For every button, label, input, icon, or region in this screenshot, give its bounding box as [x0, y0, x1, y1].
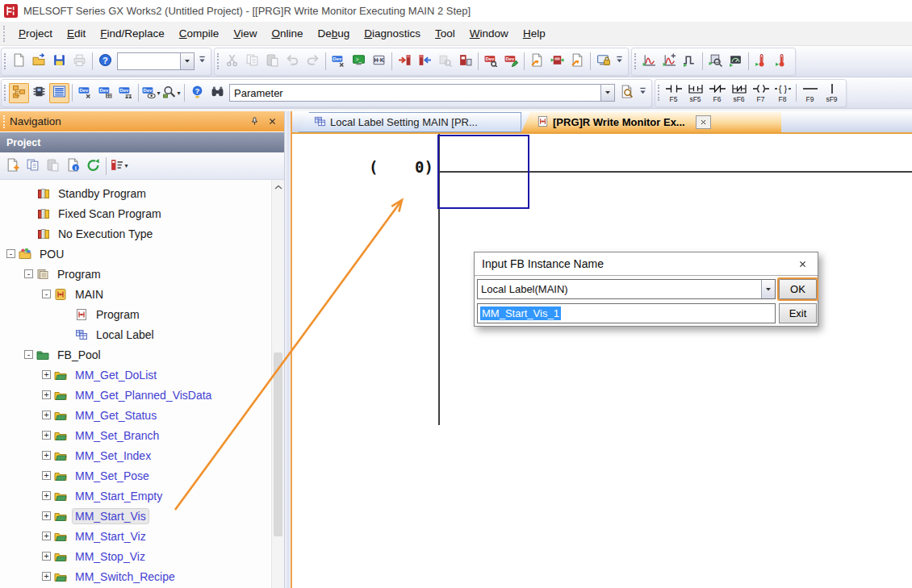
tree-item-standby-program[interactable]: Standby Program	[0, 183, 284, 203]
tree-item-mm-set-index[interactable]: +MM_Set_Index	[0, 445, 284, 465]
watch-window-button[interactable]	[705, 52, 726, 72]
tree-scrollbar[interactable]	[271, 180, 284, 588]
menu-debug[interactable]: Debug	[310, 23, 357, 44]
copy-button[interactable]	[242, 52, 262, 72]
save-project-button[interactable]	[49, 52, 69, 72]
undo-button[interactable]	[282, 52, 303, 72]
intelligent-monitor-button[interactable]	[726, 52, 746, 72]
chevron-down-icon[interactable]	[600, 85, 614, 101]
toolbar-overflow-button[interactable]	[637, 83, 648, 103]
ok-button[interactable]: OK	[779, 279, 817, 299]
intelligent-function-combo[interactable]: Parameter	[229, 84, 615, 102]
ladder-sf5-button[interactable]: sF5	[684, 81, 706, 106]
sort-device-button[interactable]: ▾	[109, 156, 129, 176]
scrollbar-thumb[interactable]	[274, 352, 282, 536]
tree-item-mm-get-planned-visdata[interactable]: +MM_Get_Planned_VisData	[0, 385, 284, 405]
paste-data-button[interactable]	[43, 156, 63, 176]
tree-item-no-execution-type[interactable]: No Execution Type	[0, 223, 284, 244]
menu-compile[interactable]: Compile	[172, 23, 227, 44]
temperature-monitor-2-button[interactable]	[772, 52, 792, 72]
toolbar-overflow-button[interactable]	[196, 52, 207, 72]
ladder-f7-button[interactable]: F7	[750, 81, 772, 106]
write-to-plc-button[interactable]	[395, 52, 415, 72]
copy-data-button[interactable]	[23, 156, 43, 176]
pin-icon[interactable]	[247, 115, 261, 129]
module-configuration-button[interactable]	[29, 83, 49, 103]
tab-close-button[interactable]	[696, 115, 711, 129]
cut-button[interactable]	[222, 52, 242, 72]
tree-expander[interactable]: +	[42, 471, 51, 480]
tree-item-mm-get-dolist[interactable]: +MM_Get_DoList	[0, 365, 284, 385]
remote-operation-button[interactable]	[455, 52, 475, 72]
paste-button[interactable]	[262, 52, 282, 72]
verify-with-plc-button[interactable]	[435, 52, 455, 72]
ladder-canvas[interactable]: ( 0)	[292, 134, 912, 588]
new-data-button[interactable]	[2, 156, 23, 176]
docking-window-list-button[interactable]	[49, 83, 69, 103]
panel-splitter[interactable]	[285, 111, 292, 588]
project-view-button[interactable]	[9, 83, 29, 103]
tree-expander[interactable]: +	[42, 370, 51, 379]
menu-window[interactable]: Window	[462, 23, 516, 44]
tree-item-mm-set-branch[interactable]: +MM_Set_Branch	[0, 425, 284, 445]
device-network-button[interactable]: Dev	[115, 83, 136, 103]
tree-expander[interactable]: -	[6, 249, 15, 258]
ladder-sf6-button[interactable]: sF6	[728, 81, 750, 106]
label-scope-combo[interactable]: Local Label(MAIN)	[477, 279, 776, 299]
menu-help[interactable]: Help	[516, 23, 553, 44]
device-batch-monitor-button[interactable]: Dev	[481, 52, 501, 72]
pulse-monitor-button[interactable]	[680, 52, 700, 72]
menu-view[interactable]: View	[226, 23, 264, 44]
chevron-down-icon[interactable]	[180, 53, 194, 69]
print-button[interactable]	[69, 52, 90, 72]
exit-button[interactable]: Exit	[779, 303, 817, 323]
transfer-setup-button[interactable]	[527, 52, 547, 72]
tree-item-fb-pool[interactable]: -FB_Pool	[0, 344, 284, 365]
tree-item-mm-start-empty[interactable]: +MM_Start_Empty	[0, 486, 284, 506]
menu-project[interactable]: Project	[11, 23, 60, 44]
redo-button[interactable]	[303, 52, 323, 72]
tree-item-fixed-scan-program[interactable]: Fixed Scan Program	[0, 203, 284, 223]
scan-time-graph-button[interactable]	[639, 52, 659, 72]
device-find-button[interactable]: ▾	[161, 83, 182, 103]
tree-item-mm-switch-recipe[interactable]: +MM_Switch_Recipe	[0, 566, 284, 586]
find-in-project-button[interactable]	[207, 83, 228, 103]
tree-expander[interactable]: -	[24, 269, 33, 278]
ladder-f9-button[interactable]: F9	[799, 81, 821, 106]
menu-find-replace[interactable]: Find/Replace	[93, 23, 172, 44]
close-icon[interactable]	[265, 115, 279, 129]
tree-item-mm-stop-viz[interactable]: +MM_Stop_Viz	[0, 546, 284, 566]
tree-expander[interactable]: +	[42, 390, 51, 399]
device-memory-button[interactable]: H·K	[369, 52, 389, 72]
open-project-button[interactable]	[29, 52, 49, 72]
tab-write-monitor[interactable]: [PRG]R Write Monitor Ex...	[521, 112, 781, 132]
transfer-read-button[interactable]	[567, 52, 588, 72]
menu-diagnostics[interactable]: Diagnostics	[357, 23, 428, 44]
device-cross-reference-button[interactable]: Dev	[75, 83, 95, 103]
tree-item-program[interactable]: Program	[0, 304, 284, 324]
ladder-cursor[interactable]	[437, 135, 529, 209]
tree-expander[interactable]: +	[42, 552, 51, 561]
new-project-button[interactable]	[9, 52, 29, 72]
tree-item-pou[interactable]: -POU	[0, 244, 284, 264]
help-button[interactable]: ?	[95, 52, 115, 72]
menu-online[interactable]: Online	[264, 23, 310, 44]
read-from-plc-button[interactable]	[415, 52, 435, 72]
ladder-f8-button[interactable]: { }F8	[772, 81, 793, 106]
start-monitor-button[interactable]	[547, 52, 567, 72]
ladder-f6-button[interactable]: F6	[706, 81, 728, 106]
chevron-down-icon[interactable]	[761, 280, 775, 298]
tree-item-program[interactable]: -Program	[0, 264, 284, 284]
monitor-terminal-button[interactable]: >_	[349, 52, 369, 72]
refresh-view-button[interactable]	[83, 156, 103, 176]
help-lamp-button[interactable]: ?	[187, 83, 207, 103]
ladder-sf9-button[interactable]: sF9	[821, 81, 843, 106]
device-list-button[interactable]: Dev	[95, 83, 115, 103]
tree-expander[interactable]: +	[42, 431, 51, 440]
tree-expander[interactable]: -	[42, 290, 51, 298]
tree-item-main[interactable]: -MAIN	[0, 284, 284, 304]
tree-item-local-label[interactable]: Local Label	[0, 324, 284, 344]
tree-expander[interactable]: +	[42, 491, 51, 500]
tree-expander[interactable]: +	[42, 411, 51, 419]
tree-item-mm-start-vis[interactable]: +MM_Start_Vis	[0, 506, 284, 526]
